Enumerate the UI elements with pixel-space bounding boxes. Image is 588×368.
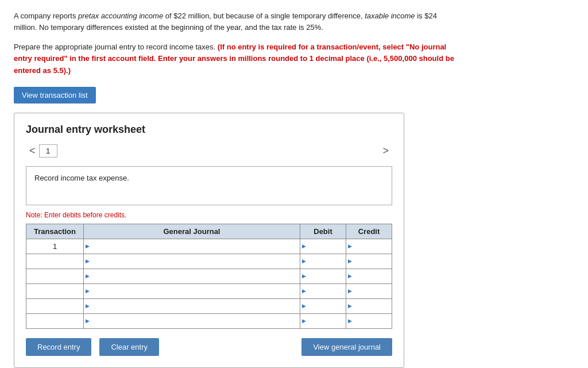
nav-next-button[interactable]: > (379, 144, 392, 158)
credit-input[interactable] (346, 254, 392, 269)
credit-input-cell[interactable] (346, 239, 392, 254)
transaction-cell: 1 (26, 239, 84, 254)
col-transaction: Transaction (26, 224, 84, 239)
table-header-row: Transaction General Journal Debit Credit (26, 224, 392, 239)
journal-input-cell[interactable] (84, 239, 300, 254)
journal-input[interactable] (84, 254, 300, 269)
journal-input[interactable] (84, 314, 300, 328)
note-text: Note: Enter debits before credits. (26, 211, 392, 219)
table-row (26, 283, 392, 298)
transaction-cell (26, 298, 84, 313)
journal-input[interactable] (84, 239, 300, 254)
view-general-journal-button[interactable]: View general journal (301, 338, 392, 356)
credit-input-cell[interactable] (346, 298, 392, 313)
bottom-buttons: Record entry Clear entry View general jo… (26, 338, 392, 356)
debit-input[interactable] (300, 314, 346, 328)
debit-input[interactable] (300, 299, 346, 313)
debit-input[interactable] (300, 239, 346, 254)
debit-input-cell[interactable] (300, 239, 346, 254)
credit-input-cell[interactable] (346, 313, 392, 328)
debit-input[interactable] (300, 269, 346, 283)
credit-input[interactable] (346, 269, 392, 283)
nav-prev-button[interactable]: < (26, 144, 39, 158)
transaction-cell (26, 254, 84, 269)
debit-input[interactable] (300, 284, 346, 298)
transaction-cell (26, 313, 84, 328)
journal-table: Transaction General Journal Debit Credit… (26, 224, 392, 329)
table-row (26, 298, 392, 313)
debit-input-cell[interactable] (300, 283, 346, 298)
credit-input-cell[interactable] (346, 254, 392, 269)
credit-input[interactable] (346, 239, 392, 254)
record-entry-button[interactable]: Record entry (26, 338, 91, 356)
col-credit: Credit (346, 224, 392, 239)
page-number: 1 (39, 144, 57, 158)
table-row (26, 313, 392, 328)
view-transaction-button[interactable]: View transaction list (14, 87, 96, 103)
journal-input[interactable] (84, 269, 300, 283)
journal-input-cell[interactable] (84, 283, 300, 298)
journal-input-cell[interactable] (84, 254, 300, 269)
debit-input-cell[interactable] (300, 298, 346, 313)
debit-input[interactable] (300, 254, 346, 269)
transaction-cell (26, 269, 84, 283)
description-box: Record income tax expense. (26, 166, 392, 205)
journal-input-cell[interactable] (84, 298, 300, 313)
italic-pretax: pretax accounting income (78, 12, 163, 20)
credit-input-cell[interactable] (346, 269, 392, 283)
italic-taxable: taxable income (365, 12, 415, 20)
table-row: 1 (26, 239, 392, 254)
instruction-highlight: (If no entry is required for a transacti… (14, 43, 454, 74)
credit-input-cell[interactable] (346, 283, 392, 298)
debit-input-cell[interactable] (300, 269, 346, 283)
worksheet-container: Journal entry worksheet < 1 > Record inc… (14, 113, 404, 368)
journal-input[interactable] (84, 299, 300, 313)
journal-input[interactable] (84, 284, 300, 298)
col-debit: Debit (300, 224, 346, 239)
credit-input[interactable] (346, 314, 392, 328)
credit-input[interactable] (346, 284, 392, 298)
clear-entry-button[interactable]: Clear entry (99, 338, 159, 356)
credit-input[interactable] (346, 299, 392, 313)
worksheet-title: Journal entry worksheet (26, 124, 392, 136)
journal-input-cell[interactable] (84, 313, 300, 328)
journal-input-cell[interactable] (84, 269, 300, 283)
nav-row: < 1 > (26, 144, 392, 158)
table-row (26, 254, 392, 269)
table-row (26, 269, 392, 283)
col-journal: General Journal (84, 224, 300, 239)
debit-input-cell[interactable] (300, 313, 346, 328)
debit-input-cell[interactable] (300, 254, 346, 269)
intro-paragraph: A company reports pretax accounting inco… (14, 10, 462, 33)
description-text: Record income tax expense. (34, 174, 129, 182)
transaction-cell (26, 283, 84, 298)
instruction-paragraph: Prepare the appropriate journal entry to… (14, 41, 462, 76)
